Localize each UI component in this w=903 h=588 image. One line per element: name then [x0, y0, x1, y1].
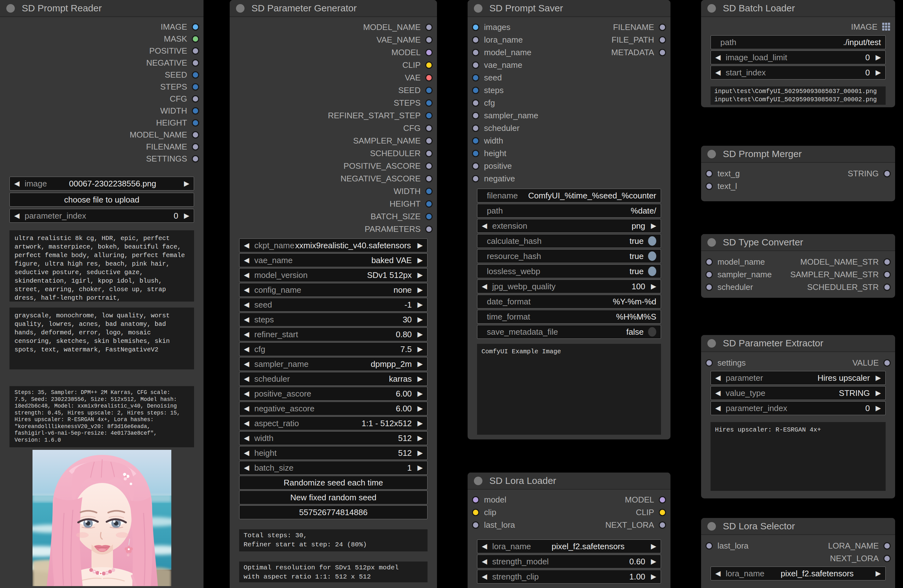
- output-port-icon[interactable]: [425, 74, 433, 82]
- prev-arrow-icon[interactable]: ◀: [244, 376, 249, 382]
- output-port-icon[interactable]: [192, 119, 199, 126]
- prev-arrow-icon[interactable]: ◀: [482, 283, 487, 290]
- prev-arrow-icon[interactable]: ◀: [244, 272, 249, 278]
- output-port-icon[interactable]: [883, 170, 891, 177]
- input-port-icon[interactable]: [472, 522, 479, 529]
- widget-time-format[interactable]: time_format%H%M%S: [477, 310, 661, 324]
- widget-scheduler[interactable]: ◀schedulerkarras▶: [239, 372, 428, 386]
- output-port-icon[interactable]: [192, 107, 199, 115]
- widget-width[interactable]: ◀width512▶: [239, 431, 428, 445]
- prev-arrow-icon[interactable]: ◀: [244, 242, 249, 249]
- node-titlebar[interactable]: SD Parameter Generator: [230, 0, 437, 17]
- widget-refiner-start[interactable]: ◀refiner_start0.80▶: [239, 327, 428, 341]
- next-arrow-icon[interactable]: ▶: [417, 360, 423, 368]
- widget-sampler-name[interactable]: ◀sampler_namedpmpp_2m▶: [239, 357, 428, 371]
- widget-image[interactable]: ◀ image 00067-2302238556.png ▶: [9, 177, 194, 190]
- next-arrow-icon[interactable]: ▶: [417, 331, 423, 338]
- output-port-icon[interactable]: [192, 131, 199, 138]
- next-arrow-icon[interactable]: ▶: [417, 376, 423, 382]
- prev-arrow-icon[interactable]: ◀: [14, 212, 20, 219]
- next-arrow-icon[interactable]: ▶: [417, 346, 423, 353]
- input-port-icon[interactable]: [472, 61, 479, 69]
- input-port-icon[interactable]: [472, 49, 479, 56]
- input-port-icon[interactable]: [472, 162, 479, 170]
- widget-extension[interactable]: ◀extensionpng▶: [477, 219, 661, 233]
- widget-strength-model[interactable]: ◀strength_model0.60▶: [477, 555, 661, 568]
- next-arrow-icon[interactable]: ▶: [651, 222, 656, 230]
- extracted-value-textarea[interactable]: Hires upscaler: R-ESRGAN 4x+: [711, 422, 886, 491]
- output-port-icon[interactable]: [659, 24, 666, 31]
- output-port-icon[interactable]: [659, 522, 666, 529]
- settings-textarea[interactable]: Steps: 35, Sampler: DPM++ 2M Karras, CFG…: [9, 386, 194, 447]
- next-arrow-icon[interactable]: ▶: [417, 405, 423, 412]
- output-port-icon[interactable]: [425, 226, 433, 233]
- node-titlebar[interactable]: SD Lora Selector: [701, 518, 895, 535]
- next-arrow-icon[interactable]: ▶: [876, 54, 881, 61]
- widget-height[interactable]: ◀height512▶: [239, 446, 428, 460]
- output-port-icon[interactable]: [192, 71, 199, 79]
- input-port-icon[interactable]: [705, 170, 713, 177]
- output-port-icon[interactable]: [192, 83, 199, 91]
- output-port-icon[interactable]: [425, 112, 433, 119]
- output-port-icon[interactable]: [425, 200, 433, 208]
- next-arrow-icon[interactable]: ▶: [417, 420, 423, 427]
- prev-arrow-icon[interactable]: ◀: [244, 420, 249, 427]
- input-port-icon[interactable]: [472, 99, 479, 107]
- next-arrow-icon[interactable]: ▶: [651, 558, 656, 565]
- node-titlebar[interactable]: SD Lora Loader: [467, 473, 670, 490]
- prev-arrow-icon[interactable]: ◀: [482, 573, 487, 580]
- prev-arrow-icon[interactable]: ◀: [244, 450, 249, 456]
- input-port-icon[interactable]: [472, 24, 479, 31]
- output-port-icon[interactable]: [883, 542, 891, 550]
- widget-lora-name[interactable]: ◀lora_namepixel_f2.safetensors▶: [477, 539, 661, 553]
- prev-arrow-icon[interactable]: ◀: [244, 435, 249, 442]
- input-port-icon[interactable]: [472, 112, 479, 119]
- next-arrow-icon[interactable]: ▶: [417, 464, 423, 471]
- output-port-icon[interactable]: [425, 24, 433, 31]
- widget-aspect-ratio[interactable]: ◀aspect_ratio1:1 - 512x512▶: [239, 417, 428, 430]
- node-titlebar[interactable]: SD Parameter Extractor: [701, 335, 895, 352]
- next-arrow-icon[interactable]: ▶: [417, 450, 423, 456]
- negative-prompt-textarea[interactable]: grayscale, monochrome, low quality, wors…: [9, 308, 194, 369]
- node-titlebar[interactable]: SD Prompt Saver: [467, 0, 670, 17]
- output-port-icon[interactable]: [425, 150, 433, 157]
- output-port-icon[interactable]: [192, 155, 199, 162]
- output-port-icon[interactable]: [192, 47, 199, 55]
- input-port-icon[interactable]: [705, 271, 713, 278]
- next-arrow-icon[interactable]: ▶: [651, 543, 656, 550]
- output-port-icon[interactable]: [883, 555, 891, 562]
- output-port-icon[interactable]: [425, 213, 433, 220]
- widget-cfg[interactable]: ◀cfg7.5▶: [239, 342, 428, 356]
- next-arrow-icon[interactable]: ▶: [417, 316, 423, 323]
- widget-config-name[interactable]: ◀config_namenone▶: [239, 283, 428, 297]
- prev-arrow-icon[interactable]: ◀: [244, 331, 249, 338]
- input-port-icon[interactable]: [472, 175, 479, 182]
- toggle-on-icon[interactable]: [648, 267, 656, 276]
- output-port-icon[interactable]: [192, 24, 199, 31]
- prev-arrow-icon[interactable]: ◀: [482, 222, 487, 230]
- widget-vae-name[interactable]: ◀vae_namebaked VAE▶: [239, 253, 428, 267]
- next-arrow-icon[interactable]: ▶: [417, 242, 423, 249]
- output-port-icon[interactable]: [425, 61, 433, 69]
- output-port-icon[interactable]: [659, 496, 666, 503]
- widget-seed[interactable]: ◀seed-1▶: [239, 298, 428, 312]
- prev-arrow-icon[interactable]: ◀: [244, 316, 249, 323]
- widget-batch-size[interactable]: ◀batch_size1▶: [239, 461, 428, 475]
- output-port-icon[interactable]: [425, 87, 433, 94]
- prev-arrow-icon[interactable]: ◀: [715, 69, 721, 76]
- output-port-icon[interactable]: [425, 188, 433, 195]
- output-port-icon[interactable]: [425, 137, 433, 145]
- widget-lossless-webp[interactable]: lossless_webptrue: [477, 264, 661, 278]
- input-port-icon[interactable]: [472, 36, 479, 44]
- widget-image-load-limit[interactable]: ◀image_load_limit0▶: [711, 50, 886, 64]
- widget-path[interactable]: path./input/test: [711, 35, 886, 49]
- node-titlebar[interactable]: SD Prompt Reader: [0, 0, 203, 17]
- prev-arrow-icon[interactable]: ◀: [715, 570, 721, 577]
- input-port-icon[interactable]: [472, 150, 479, 157]
- output-port-icon[interactable]: [192, 35, 199, 42]
- input-port-icon[interactable]: [705, 284, 713, 291]
- widget-lora-name[interactable]: ◀lora_namepixel_f2.safetensors▶: [711, 566, 886, 580]
- next-arrow-icon[interactable]: ▶: [184, 212, 189, 219]
- input-port-icon[interactable]: [472, 124, 479, 132]
- prev-arrow-icon[interactable]: ◀: [715, 374, 721, 381]
